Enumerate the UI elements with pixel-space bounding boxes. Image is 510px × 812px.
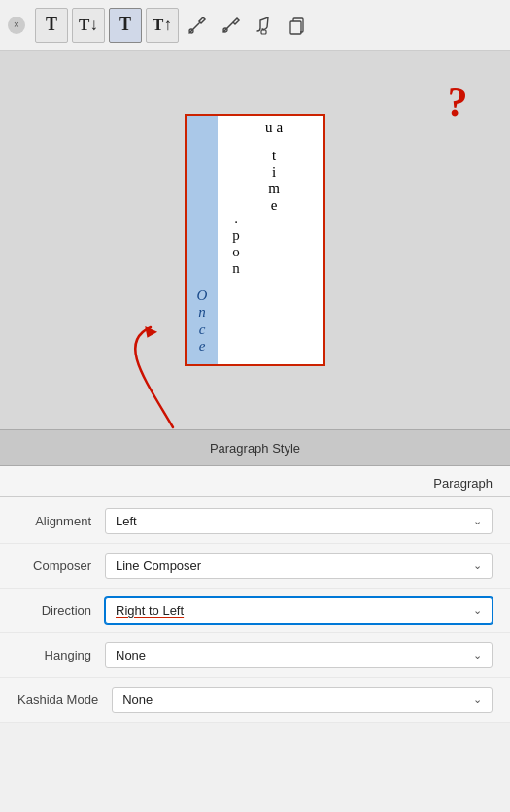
close-icon: ×: [14, 19, 19, 30]
direction-value: Right to Left: [116, 603, 184, 618]
toolbar: × T T↓ T T↑: [0, 0, 510, 51]
hanging-value: None: [116, 648, 146, 662]
section-title: Paragraph Style: [210, 441, 300, 456]
panel-area: Paragraph Alignment Left ⌄ Composer Line…: [0, 466, 510, 723]
panel-separator: [0, 496, 510, 497]
text-down-tool[interactable]: T↓: [72, 8, 105, 43]
text-selection-column: O n c e: [187, 116, 218, 364]
text-document: O n c e . p o n u a t i m e: [185, 114, 325, 366]
text-bold-tool[interactable]: T: [109, 8, 142, 43]
kashida-value: None: [122, 693, 153, 707]
direction-label: Direction: [17, 603, 105, 618]
text-normal-tool[interactable]: T: [35, 8, 68, 43]
composer-row: Composer Line Composer ⌄: [0, 544, 510, 589]
hanging-select[interactable]: None ⌄: [105, 642, 493, 668]
composer-select[interactable]: Line Composer ⌄: [105, 553, 493, 579]
hanging-label: Hanging: [17, 648, 105, 662]
tool-copy[interactable]: [282, 8, 311, 43]
hanging-chevron: ⌄: [473, 649, 482, 661]
tool-wrench1[interactable]: [183, 8, 212, 43]
close-button[interactable]: ×: [8, 17, 25, 34]
direction-chevron: ⌄: [473, 604, 482, 617]
kashida-row: Kashida Mode None ⌄: [0, 678, 510, 723]
composer-chevron: ⌄: [473, 559, 482, 572]
direction-row: Direction Right to Left ⌄: [0, 589, 510, 633]
text-column-1: . p o n: [218, 116, 255, 364]
panel-header: Paragraph: [0, 466, 510, 496]
text-column-2: u a t i m e: [255, 116, 293, 364]
kashida-label: Kashida Mode: [17, 693, 112, 707]
svg-rect-3: [290, 21, 301, 34]
hanging-row: Hanging None ⌄: [0, 633, 510, 678]
kashida-chevron: ⌄: [473, 694, 482, 706]
text-up-tool[interactable]: T↑: [146, 8, 179, 43]
tool-wrench2[interactable]: [216, 8, 245, 43]
tool-paint[interactable]: [249, 8, 278, 43]
canvas-area: O n c e . p o n u a t i m e ?: [0, 51, 510, 429]
alignment-value: Left: [116, 514, 137, 528]
alignment-select[interactable]: Left ⌄: [105, 508, 493, 534]
composer-label: Composer: [17, 558, 105, 573]
question-mark-annotation: ?: [445, 81, 469, 123]
panel-title: Paragraph: [433, 476, 493, 491]
svg-rect-2: [261, 30, 266, 34]
direction-select[interactable]: Right to Left ⌄: [105, 597, 493, 624]
section-divider: Paragraph Style: [0, 429, 510, 466]
alignment-chevron: ⌄: [473, 515, 482, 527]
svg-marker-4: [143, 322, 157, 337]
alignment-row: Alignment Left ⌄: [0, 499, 510, 544]
alignment-label: Alignment: [17, 514, 105, 528]
kashida-select[interactable]: None ⌄: [112, 687, 493, 713]
composer-value: Line Composer: [116, 558, 201, 573]
